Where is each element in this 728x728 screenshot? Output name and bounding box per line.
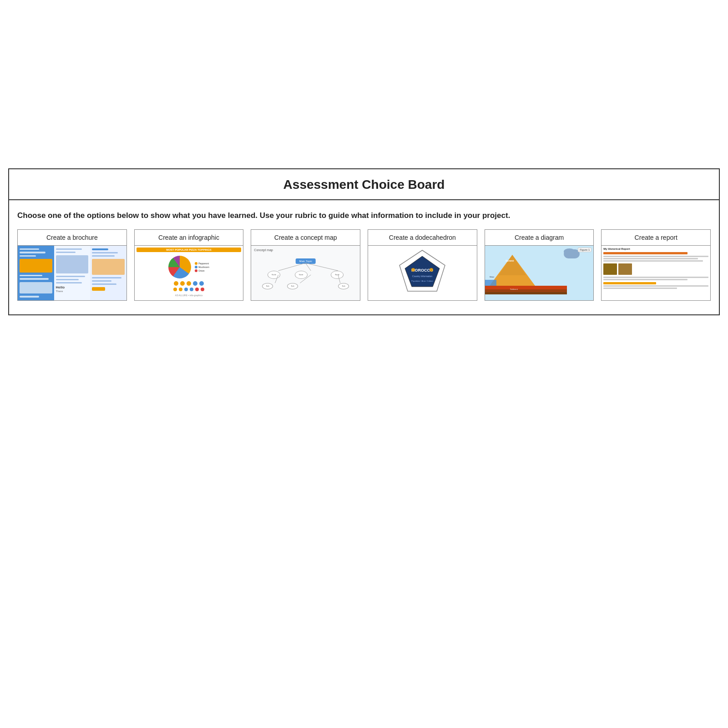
concept-node-1: Node: [268, 271, 280, 279]
concept-preview: Concept map Main Topic Node Node Node Su…: [251, 246, 360, 300]
report-title-line: [603, 252, 688, 254]
svg-line-0: [278, 263, 306, 271]
svg-rect-18: [485, 280, 496, 286]
infographic-footer: AS ALLURE • info-graphics: [175, 294, 202, 297]
card-concept-map[interactable]: Create a concept map Concept map Main To…: [251, 229, 360, 301]
board-subtitle: Choose one of the options below to show …: [17, 210, 711, 221]
card-diagram[interactable]: Create a diagram Figure 1: [485, 229, 594, 301]
report-img-1: [603, 263, 617, 275]
brochure-col2: Hello There: [54, 246, 91, 300]
card-dodecahedron-thumbnail: MOROCCO Country Information Population •…: [368, 246, 477, 300]
svg-line-2: [306, 263, 339, 271]
brochure-col1: [18, 246, 54, 300]
bottom-spacer: [0, 315, 728, 679]
cards-row: Create a brochure: [14, 229, 714, 301]
card-concept-map-thumbnail: Concept map Main Topic Node Node Node Su…: [251, 246, 360, 300]
board-container: Assessment Choice Board Choose one of th…: [8, 168, 720, 315]
card-concept-map-label: Create a concept map: [251, 230, 360, 246]
brochure-col3: [90, 246, 126, 300]
card-infographic-thumbnail: MOST POPULAR PIZZA TOPPINGS Pepperoni Mu…: [135, 246, 243, 300]
card-dodecahedron[interactable]: Create a dodecahedron MOROCCO Country In…: [368, 229, 477, 301]
card-diagram-label: Create a diagram: [485, 230, 594, 246]
svg-rect-17: [485, 292, 567, 294]
svg-rect-16: [485, 289, 567, 292]
diagram-sky: [485, 246, 594, 271]
concept-node-3: Node: [331, 271, 344, 279]
report-title-text: My Historical Report: [603, 248, 708, 250]
card-brochure-thumbnail: Hello There: [18, 246, 126, 300]
svg-text:Water: Water: [490, 276, 495, 278]
report-highlight: [603, 282, 656, 284]
report-images: [603, 263, 708, 275]
top-spacer: [0, 0, 728, 168]
card-infographic-label: Create an infographic: [135, 230, 243, 246]
dot-row-1: [174, 281, 204, 286]
svg-text:Country Information: Country Information: [412, 275, 432, 278]
dodecahedron-preview: MOROCCO Country Information Population •…: [368, 246, 477, 300]
svg-line-1: [306, 263, 311, 271]
diagram-cloud-2: [564, 248, 575, 255]
svg-text:Sediment: Sediment: [510, 288, 518, 290]
concept-node-6: Sub: [338, 283, 349, 289]
report-preview: My Historical Report: [602, 246, 710, 300]
concept-center-node: Main Topic: [295, 258, 316, 264]
concept-node-2: Node: [295, 271, 308, 279]
board-title-row: Assessment Choice Board: [9, 169, 719, 200]
dot-row-2: [173, 288, 204, 291]
card-brochure[interactable]: Create a brochure: [17, 229, 127, 301]
card-report-thumbnail: My Historical Report: [602, 246, 710, 300]
card-dodecahedron-label: Create a dodecahedron: [368, 230, 477, 246]
concept-map-title-text: Concept map: [254, 248, 273, 252]
brochure-preview: Hello There: [18, 246, 126, 300]
concept-node-4: Sub: [262, 283, 273, 289]
dodecahedron-svg: MOROCCO Country Information Population •…: [395, 248, 450, 298]
card-diagram-thumbnail: Figure 1 Summit Water Sed: [485, 246, 594, 300]
svg-rect-15: [485, 286, 567, 289]
concept-node-5: Sub: [287, 283, 298, 289]
diagram-preview: Figure 1 Summit Water Sed: [485, 246, 594, 300]
report-img-2: [618, 263, 632, 275]
card-infographic[interactable]: Create an infographic MOST POPULAR PIZZA…: [134, 229, 244, 301]
infographic-title-bar: MOST POPULAR PIZZA TOPPINGS: [136, 248, 242, 252]
board-title: Assessment Choice Board: [9, 177, 719, 192]
svg-point-11: [411, 268, 415, 272]
infographic-preview: MOST POPULAR PIZZA TOPPINGS Pepperoni Mu…: [135, 246, 243, 300]
card-report-label: Create a report: [602, 230, 710, 246]
card-report[interactable]: Create a report My Historical Report: [601, 229, 711, 301]
diagram-label: Figure 1: [578, 248, 592, 252]
card-brochure-label: Create a brochure: [18, 230, 126, 246]
svg-point-12: [430, 268, 433, 272]
svg-text:Population • Area • Culture: Population • Area • Culture: [412, 280, 434, 282]
